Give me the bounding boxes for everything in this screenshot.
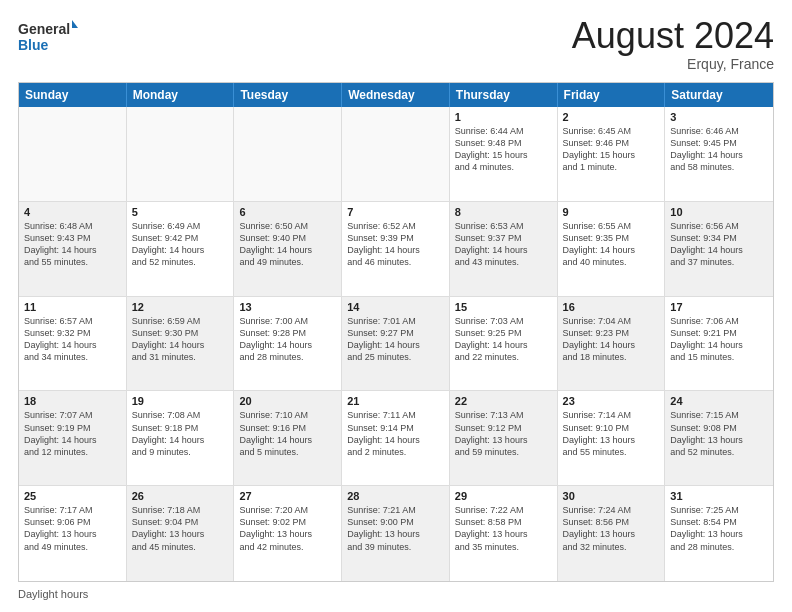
day-info: Sunrise: 7:18 AM Sunset: 9:04 PM Dayligh… <box>132 504 229 553</box>
calendar-cell: 5Sunrise: 6:49 AM Sunset: 9:42 PM Daylig… <box>127 202 235 296</box>
calendar-cell: 31Sunrise: 7:25 AM Sunset: 8:54 PM Dayli… <box>665 486 773 581</box>
day-number: 8 <box>455 206 552 218</box>
day-info: Sunrise: 6:53 AM Sunset: 9:37 PM Dayligh… <box>455 220 552 269</box>
calendar-week: 25Sunrise: 7:17 AM Sunset: 9:06 PM Dayli… <box>19 486 773 581</box>
day-info: Sunrise: 6:46 AM Sunset: 9:45 PM Dayligh… <box>670 125 768 174</box>
day-info: Sunrise: 7:03 AM Sunset: 9:25 PM Dayligh… <box>455 315 552 364</box>
day-info: Sunrise: 6:56 AM Sunset: 9:34 PM Dayligh… <box>670 220 768 269</box>
calendar-cell: 13Sunrise: 7:00 AM Sunset: 9:28 PM Dayli… <box>234 297 342 391</box>
calendar-day-header: Sunday <box>19 83 127 107</box>
title-block: August 2024 Erquy, France <box>572 18 774 72</box>
calendar-week: 11Sunrise: 6:57 AM Sunset: 9:32 PM Dayli… <box>19 297 773 392</box>
day-number: 4 <box>24 206 121 218</box>
calendar-cell: 7Sunrise: 6:52 AM Sunset: 9:39 PM Daylig… <box>342 202 450 296</box>
day-number: 30 <box>563 490 660 502</box>
calendar-cell: 16Sunrise: 7:04 AM Sunset: 9:23 PM Dayli… <box>558 297 666 391</box>
day-info: Sunrise: 6:45 AM Sunset: 9:46 PM Dayligh… <box>563 125 660 174</box>
day-info: Sunrise: 7:04 AM Sunset: 9:23 PM Dayligh… <box>563 315 660 364</box>
calendar-cell <box>342 107 450 201</box>
day-number: 22 <box>455 395 552 407</box>
calendar-cell: 4Sunrise: 6:48 AM Sunset: 9:43 PM Daylig… <box>19 202 127 296</box>
calendar-cell <box>19 107 127 201</box>
calendar-day-header: Wednesday <box>342 83 450 107</box>
day-info: Sunrise: 6:50 AM Sunset: 9:40 PM Dayligh… <box>239 220 336 269</box>
day-number: 2 <box>563 111 660 123</box>
day-info: Sunrise: 7:07 AM Sunset: 9:19 PM Dayligh… <box>24 409 121 458</box>
calendar-week: 18Sunrise: 7:07 AM Sunset: 9:19 PM Dayli… <box>19 391 773 486</box>
day-number: 7 <box>347 206 444 218</box>
calendar-day-header: Friday <box>558 83 666 107</box>
calendar-cell: 15Sunrise: 7:03 AM Sunset: 9:25 PM Dayli… <box>450 297 558 391</box>
day-info: Sunrise: 7:24 AM Sunset: 8:56 PM Dayligh… <box>563 504 660 553</box>
day-number: 29 <box>455 490 552 502</box>
logo-svg: General Blue <box>18 18 78 54</box>
day-number: 6 <box>239 206 336 218</box>
day-info: Sunrise: 7:10 AM Sunset: 9:16 PM Dayligh… <box>239 409 336 458</box>
day-number: 3 <box>670 111 768 123</box>
day-number: 31 <box>670 490 768 502</box>
calendar-cell: 3Sunrise: 6:46 AM Sunset: 9:45 PM Daylig… <box>665 107 773 201</box>
calendar-cell: 27Sunrise: 7:20 AM Sunset: 9:02 PM Dayli… <box>234 486 342 581</box>
calendar-day-header: Saturday <box>665 83 773 107</box>
day-number: 26 <box>132 490 229 502</box>
calendar-cell <box>127 107 235 201</box>
day-info: Sunrise: 7:01 AM Sunset: 9:27 PM Dayligh… <box>347 315 444 364</box>
day-number: 16 <box>563 301 660 313</box>
day-number: 15 <box>455 301 552 313</box>
day-info: Sunrise: 6:48 AM Sunset: 9:43 PM Dayligh… <box>24 220 121 269</box>
calendar-cell: 2Sunrise: 6:45 AM Sunset: 9:46 PM Daylig… <box>558 107 666 201</box>
day-info: Sunrise: 6:57 AM Sunset: 9:32 PM Dayligh… <box>24 315 121 364</box>
day-info: Sunrise: 7:14 AM Sunset: 9:10 PM Dayligh… <box>563 409 660 458</box>
calendar-cell: 17Sunrise: 7:06 AM Sunset: 9:21 PM Dayli… <box>665 297 773 391</box>
day-info: Sunrise: 6:55 AM Sunset: 9:35 PM Dayligh… <box>563 220 660 269</box>
calendar-cell <box>234 107 342 201</box>
day-number: 25 <box>24 490 121 502</box>
calendar-day-header: Monday <box>127 83 235 107</box>
calendar-week: 4Sunrise: 6:48 AM Sunset: 9:43 PM Daylig… <box>19 202 773 297</box>
day-number: 28 <box>347 490 444 502</box>
day-info: Sunrise: 7:06 AM Sunset: 9:21 PM Dayligh… <box>670 315 768 364</box>
calendar-cell: 9Sunrise: 6:55 AM Sunset: 9:35 PM Daylig… <box>558 202 666 296</box>
day-info: Sunrise: 7:15 AM Sunset: 9:08 PM Dayligh… <box>670 409 768 458</box>
day-number: 13 <box>239 301 336 313</box>
month-year: August 2024 <box>572 18 774 54</box>
day-info: Sunrise: 7:17 AM Sunset: 9:06 PM Dayligh… <box>24 504 121 553</box>
footer: Daylight hours <box>18 588 774 600</box>
day-info: Sunrise: 7:22 AM Sunset: 8:58 PM Dayligh… <box>455 504 552 553</box>
calendar-cell: 8Sunrise: 6:53 AM Sunset: 9:37 PM Daylig… <box>450 202 558 296</box>
calendar-week: 1Sunrise: 6:44 AM Sunset: 9:48 PM Daylig… <box>19 107 773 202</box>
day-number: 10 <box>670 206 768 218</box>
day-info: Sunrise: 6:59 AM Sunset: 9:30 PM Dayligh… <box>132 315 229 364</box>
calendar-cell: 28Sunrise: 7:21 AM Sunset: 9:00 PM Dayli… <box>342 486 450 581</box>
day-number: 11 <box>24 301 121 313</box>
day-info: Sunrise: 7:00 AM Sunset: 9:28 PM Dayligh… <box>239 315 336 364</box>
svg-marker-2 <box>72 20 78 28</box>
svg-text:General: General <box>18 21 70 37</box>
page-header: General Blue August 2024 Erquy, France <box>18 18 774 72</box>
day-number: 1 <box>455 111 552 123</box>
calendar-cell: 30Sunrise: 7:24 AM Sunset: 8:56 PM Dayli… <box>558 486 666 581</box>
day-info: Sunrise: 7:13 AM Sunset: 9:12 PM Dayligh… <box>455 409 552 458</box>
day-number: 24 <box>670 395 768 407</box>
day-info: Sunrise: 6:49 AM Sunset: 9:42 PM Dayligh… <box>132 220 229 269</box>
calendar-day-header: Tuesday <box>234 83 342 107</box>
calendar-cell: 6Sunrise: 6:50 AM Sunset: 9:40 PM Daylig… <box>234 202 342 296</box>
day-info: Sunrise: 7:20 AM Sunset: 9:02 PM Dayligh… <box>239 504 336 553</box>
day-number: 9 <box>563 206 660 218</box>
day-number: 20 <box>239 395 336 407</box>
calendar-cell: 23Sunrise: 7:14 AM Sunset: 9:10 PM Dayli… <box>558 391 666 485</box>
calendar-cell: 11Sunrise: 6:57 AM Sunset: 9:32 PM Dayli… <box>19 297 127 391</box>
calendar-cell: 26Sunrise: 7:18 AM Sunset: 9:04 PM Dayli… <box>127 486 235 581</box>
day-number: 5 <box>132 206 229 218</box>
calendar-cell: 19Sunrise: 7:08 AM Sunset: 9:18 PM Dayli… <box>127 391 235 485</box>
calendar: SundayMondayTuesdayWednesdayThursdayFrid… <box>18 82 774 582</box>
day-info: Sunrise: 7:11 AM Sunset: 9:14 PM Dayligh… <box>347 409 444 458</box>
day-info: Sunrise: 7:25 AM Sunset: 8:54 PM Dayligh… <box>670 504 768 553</box>
location: Erquy, France <box>572 56 774 72</box>
day-number: 21 <box>347 395 444 407</box>
day-info: Sunrise: 6:44 AM Sunset: 9:48 PM Dayligh… <box>455 125 552 174</box>
calendar-cell: 21Sunrise: 7:11 AM Sunset: 9:14 PM Dayli… <box>342 391 450 485</box>
calendar-cell: 24Sunrise: 7:15 AM Sunset: 9:08 PM Dayli… <box>665 391 773 485</box>
calendar-cell: 18Sunrise: 7:07 AM Sunset: 9:19 PM Dayli… <box>19 391 127 485</box>
calendar-cell: 14Sunrise: 7:01 AM Sunset: 9:27 PM Dayli… <box>342 297 450 391</box>
